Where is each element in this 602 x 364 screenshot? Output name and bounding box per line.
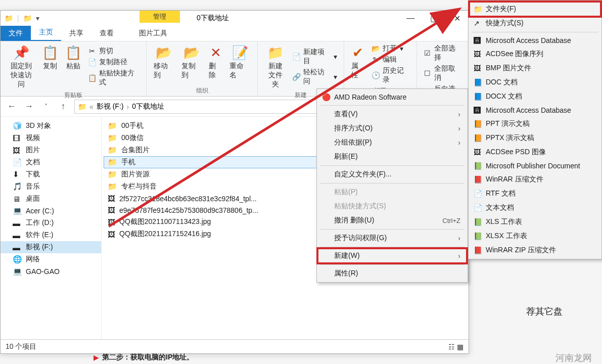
breadcrumb-current[interactable]: 0下载地址	[132, 102, 164, 111]
history-button[interactable]: 🕑历史记录	[370, 66, 411, 85]
sidebar-item[interactable]: ⬇下载	[1, 168, 101, 180]
menu-item-label: DOCX 文档	[486, 92, 522, 101]
breadcrumb-root[interactable]: 影视 (F:)	[97, 102, 124, 111]
filetype-icon: 📗	[474, 232, 482, 240]
new-submenu-item[interactable]: 📙PPTX 演示文稿	[470, 131, 600, 145]
paste-shortcut-button[interactable]: 📋粘贴快捷方式	[86, 68, 141, 87]
tab-home[interactable]: 主页	[31, 25, 61, 41]
details-view-icon[interactable]: ☷	[448, 343, 455, 351]
sidebar-item-icon: 📄	[13, 158, 22, 167]
new-submenu-item[interactable]: 📘DOC 文档	[470, 75, 600, 89]
new-submenu-item[interactable]: 📙PPT 演示文稿	[470, 117, 600, 131]
context-menu-item[interactable]: 排序方式(O)›	[318, 121, 467, 135]
open-button[interactable]: 📂打开▾	[370, 43, 411, 54]
file-name: 00微信	[121, 133, 144, 143]
copy-path-button[interactable]: 📄复制路径	[86, 57, 141, 67]
minimize-button[interactable]: —	[399, 11, 422, 26]
rename-button[interactable]: 📝重命名	[227, 43, 252, 81]
properties-button[interactable]: ✔属性	[349, 43, 367, 85]
sidebar-item-label: 音乐	[26, 182, 40, 191]
qat-divider: |	[17, 14, 19, 22]
pin-button[interactable]: 📌固定到 快速访问	[6, 43, 37, 90]
cut-button[interactable]: ✂剪切	[86, 46, 141, 56]
up-button[interactable]: ↑	[57, 101, 69, 113]
menu-item-label: 新建(W)	[334, 251, 360, 260]
sidebar-item[interactable]: 🎞视频	[1, 132, 101, 144]
file-icon: 🖼	[108, 206, 115, 214]
context-menu-item[interactable]: 新建(W)›	[318, 249, 467, 263]
titlebar: 📁 | 📁 ▾ 管理 0下载地址 — ▢ ✕	[1, 11, 469, 26]
select-none-button[interactable]: ☐全部取消	[422, 64, 464, 83]
filetype-icon: 📁	[474, 5, 482, 13]
tab-picture-tools[interactable]: 图片工具	[131, 26, 175, 41]
delete-button[interactable]: ✕删除	[207, 43, 224, 81]
maximize-button[interactable]: ▢	[422, 11, 445, 26]
filetype-icon: 📄	[474, 190, 482, 198]
new-folder-button[interactable]: 📁新建 文件夹	[263, 43, 288, 90]
context-menu-item[interactable]: 查看(V)›	[318, 107, 467, 121]
new-submenu-item[interactable]: ↗快捷方式(S)	[470, 16, 600, 30]
new-submenu-item[interactable]: 📕WinRAR 压缩文件	[470, 172, 600, 187]
submenu-arrow-icon: ›	[458, 234, 460, 242]
thumbnails-view-icon[interactable]: ▦	[457, 343, 464, 351]
new-submenu-item[interactable]: 🖼ACDSee PSD 图像	[470, 145, 600, 159]
menu-item-label: 粘贴快捷方式(S)	[334, 202, 386, 211]
context-menu-item[interactable]: 刷新(E)	[318, 150, 467, 164]
context-menu-item[interactable]: 分组依据(P)›	[318, 135, 467, 150]
context-menu-item[interactable]: 🔴AMD Radeon Software	[318, 90, 467, 104]
edit-button[interactable]: ✎编辑	[370, 55, 411, 65]
sidebar-item-icon: 💻	[13, 206, 22, 215]
sidebar-item[interactable]: 🌐网络	[1, 253, 101, 265]
sidebar-item[interactable]: 💻GAO-GAO	[1, 265, 101, 278]
new-submenu-item[interactable]: 📁文件夹(F)	[470, 2, 600, 16]
menu-item-label: 查看(V)	[334, 110, 358, 119]
context-menu-item[interactable]: 自定义文件夹(F)...	[318, 167, 467, 181]
recent-dropdown[interactable]: ˅	[40, 101, 52, 113]
menu-item-label: 分组依据(P)	[334, 138, 372, 147]
new-folder-icon[interactable]: 📁	[23, 14, 32, 22]
close-button[interactable]: ✕	[445, 11, 469, 26]
tab-share[interactable]: 共享	[61, 26, 91, 41]
copyto-button[interactable]: 📂复制到	[179, 43, 204, 81]
tab-view[interactable]: 查看	[91, 26, 122, 41]
context-menu-item[interactable]: 撤消 删除(U)Ctrl+Z	[318, 213, 467, 228]
menu-item-label: PPT 演示文稿	[486, 119, 530, 128]
sidebar-item[interactable]: 📄文档	[1, 156, 101, 168]
paste-button[interactable]: 📋粘贴	[63, 43, 83, 90]
context-menu-item[interactable]: 授予访问权限(G)›	[318, 231, 467, 245]
filetype-icon: 📄	[474, 204, 482, 212]
filetype-icon: 📙	[474, 120, 482, 128]
new-item-button[interactable]: 📄新建项目▾	[291, 47, 339, 66]
submenu-arrow-icon: ›	[458, 110, 460, 118]
sidebar-item[interactable]: ▬工作 (D:)	[1, 217, 101, 229]
context-menu-item[interactable]: 属性(R)	[318, 266, 467, 281]
tab-file[interactable]: 文件	[1, 26, 31, 41]
new-submenu-item[interactable]: 🅰Microsoft Access Database	[470, 34, 600, 47]
moveto-button[interactable]: 📂移动到	[152, 43, 176, 81]
new-submenu-item[interactable]: 📗XLSX 工作表	[470, 229, 600, 243]
new-submenu-item[interactable]: 📄RTF 文档	[470, 187, 600, 201]
sidebar-item[interactable]: 🎵音乐	[1, 180, 101, 193]
select-all-button[interactable]: ☑全部选择	[422, 43, 464, 63]
qat-dropdown-icon[interactable]: ▾	[36, 14, 39, 22]
sidebar-item[interactable]: ▬软件 (E:)	[1, 229, 101, 241]
copy-button[interactable]: 📋复制	[40, 43, 60, 90]
new-submenu-item[interactable]: 📘DOCX 文档	[470, 89, 600, 104]
new-submenu-item[interactable]: 📕WinRAR ZIP 压缩文件	[470, 243, 600, 257]
new-submenu-item[interactable]: 🖼BMP 图片文件	[470, 61, 600, 75]
sidebar-item[interactable]: 🖥桌面	[1, 193, 101, 205]
menu-item-label: 快捷方式(S)	[486, 19, 524, 28]
forward-button[interactable]: →	[23, 101, 35, 113]
sidebar-item-icon: 🌐	[13, 255, 22, 264]
sidebar-item[interactable]: 💻Acer (C:)	[1, 205, 101, 217]
new-submenu-item[interactable]: 📗XLS 工作表	[470, 215, 600, 229]
new-submenu-item[interactable]: 📄文本文档	[470, 201, 600, 215]
new-submenu-item[interactable]: 📗Microsoft Publisher Document	[470, 159, 600, 172]
sidebar-item[interactable]: ▬影视 (F:)	[1, 241, 101, 253]
sidebar-item[interactable]: 🧊3D 对象	[1, 120, 101, 132]
easy-access-button[interactable]: 🔗轻松访问▾	[291, 67, 339, 86]
back-button[interactable]: ←	[6, 101, 18, 113]
new-submenu-item[interactable]: 🖼ACDSee 图像序列	[470, 47, 600, 61]
new-submenu-item[interactable]: 🅰Microsoft Access Database	[470, 104, 600, 117]
sidebar-item[interactable]: 🖼图片	[1, 144, 101, 156]
